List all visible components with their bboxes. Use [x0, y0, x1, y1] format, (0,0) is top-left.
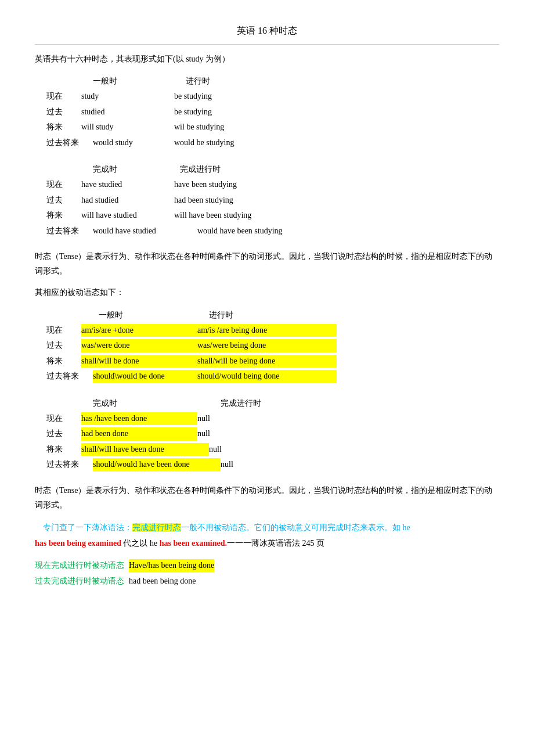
- tense-grid-1: 一般时 进行时 现在 study be studying 过去 studied …: [46, 75, 499, 149]
- passive-row-past-1: 过去 was/were done was/were being done: [46, 339, 499, 352]
- passive-val-pa2-c2: null: [197, 427, 210, 440]
- tense-val-pa1-c1: studied: [81, 106, 174, 118]
- tense-label-future-2: 将来: [46, 209, 81, 222]
- tense-label-past-1: 过去: [46, 106, 81, 118]
- passive-label-past-1: 过去: [46, 339, 81, 352]
- final-row-present: 现在完成进行时被动语态 Have/has been being done: [35, 559, 499, 572]
- passive-row-future-1: 将来 shall/will be done shall/will be bein…: [46, 355, 499, 368]
- passive-header-col2-2: 完成进行时: [197, 397, 337, 410]
- tense-val-pa2-c1: had studied: [81, 194, 174, 207]
- passive-val-p1-c1: am/is/are +done: [81, 324, 197, 337]
- final-row-past: 过去完成进行时被动语态 had been being done: [35, 575, 499, 588]
- title-divider: [35, 44, 499, 45]
- description-2: 时态（Tense）是表示行为、动作和状态在各种时间条件下的动词形式。因此，当我们…: [35, 483, 499, 512]
- passive-label-future-1: 将来: [46, 355, 81, 368]
- passive-val-f2-c1: shall/will have been done: [81, 443, 209, 456]
- specialist-suffix: 一一一薄冰英语语法 245 页: [227, 539, 324, 548]
- tense-label-present-1: 现在: [46, 90, 81, 103]
- tense-val-pf2-c1: would have studied: [93, 225, 197, 237]
- passive-val-f2-c2: null: [209, 443, 222, 456]
- tense-row-present-1: 现在 study be studying: [46, 90, 499, 103]
- final-section: 现在完成进行时被动语态 Have/has been being done 过去完…: [35, 559, 499, 588]
- tense-header-row-1: 一般时 进行时: [46, 75, 499, 88]
- tense-val-f1-c1: will study: [81, 121, 174, 134]
- tense-row-pastfuture-1: 过去将来 would study would be studying: [46, 136, 499, 149]
- tense-val-f2-c1: will have studied: [81, 209, 174, 222]
- page-container: 英语 16 种时态 英语共有十六种时态，其表现形式如下(以 study 为例） …: [35, 23, 499, 588]
- passive-label-past-2: 过去: [46, 427, 81, 440]
- specialist-label: 专门查了一下薄冰语法：: [43, 523, 132, 532]
- passive-val-pf1-c1: should\would be done: [93, 370, 197, 383]
- description-2-text: 时态（Tense）是表示行为、动作和状态在各种时间条件下的动词形式。因此，当我们…: [35, 486, 492, 509]
- passive-label-present-1: 现在: [46, 324, 81, 337]
- header-col2-label-2: 完成进行时: [174, 163, 302, 176]
- passive-label-future-2: 将来: [46, 443, 81, 456]
- passive-val-pf1-c2: should/would being done: [197, 370, 337, 383]
- tense-label-pastfuture-2: 过去将来: [46, 225, 93, 237]
- header-col1-label: 一般时: [81, 75, 174, 88]
- passive-row-future-2: 将来 shall/will have been done null: [46, 443, 499, 456]
- tense-header-row-2: 完成时 完成进行时: [46, 163, 499, 176]
- tense-val-p1-c1: study: [81, 90, 174, 103]
- tense-val-pa2-c2: had been studying: [174, 194, 302, 207]
- tense-label-future-1: 将来: [46, 121, 81, 134]
- passive-label-pastfuture-1: 过去将来: [46, 370, 93, 383]
- passive-row-past-2: 过去 had been done null: [46, 427, 499, 440]
- tense-val-p2-c1: have studied: [81, 178, 174, 191]
- tense-row-future-1: 将来 will study wil be studying: [46, 121, 499, 134]
- tense-row-future-2: 将来 will have studied will have been stud…: [46, 209, 499, 222]
- passive-val-p1-c2: am/is /are being done: [197, 324, 337, 337]
- passive-header-col1-2: 完成时: [81, 397, 197, 410]
- passive-label-present-2: 现在: [46, 412, 81, 425]
- passive-val-pa1-c1: was/were done: [81, 339, 197, 352]
- tense-val-f1-c2: wil be studying: [174, 121, 302, 134]
- tense-row-past-1: 过去 studied be studying: [46, 106, 499, 118]
- passive-label-pastfuture-2: 过去将来: [46, 458, 93, 471]
- tense-label-past-2: 过去: [46, 194, 81, 207]
- tense-row-present-2: 现在 have studied have been studying: [46, 178, 499, 191]
- tense-val-pf1-c1: would study: [93, 136, 174, 149]
- description-1: 时态（Tense）是表示行为、动作和状态在各种时间条件下的动词形式。因此，当我们…: [35, 249, 499, 278]
- passive-val-pa1-c2: was/were being done: [197, 339, 337, 352]
- final-highlight-present: Have/has been being done: [129, 559, 214, 572]
- passive-header-row-1: 一般时 进行时: [46, 309, 499, 322]
- final-text-past: had been being done: [129, 575, 196, 588]
- tense-val-pa1-c2: be studying: [174, 106, 302, 118]
- final-label-past: 过去完成进行时被动语态: [35, 575, 124, 588]
- description-1-text: 时态（Tense）是表示行为、动作和状态在各种时间条件下的动词形式。因此，当我们…: [35, 252, 492, 275]
- passive-intro: 其相应的被动语态如下：: [35, 286, 499, 299]
- tense-row-past-2: 过去 had studied had been studying: [46, 194, 499, 207]
- specialist-note-rest: 一般不用被动语态。它们的被动意义可用完成时态来表示。如 he: [181, 523, 410, 532]
- tense-label-present-2: 现在: [46, 178, 81, 191]
- tense-val-pf1-c2: would be studying: [174, 136, 302, 149]
- specialist-highlight: 完成进行时态: [132, 523, 181, 532]
- passive-row-present-2: 现在 has /have been done null: [46, 412, 499, 425]
- passive-grid-2: 完成时 完成进行时 现在 has /have been done null 过去…: [46, 397, 499, 471]
- specialist-bold1: has been being examined: [35, 539, 121, 548]
- tense-grid-2: 完成时 完成进行时 现在 have studied have been stud…: [46, 163, 499, 237]
- tense-val-p1-c2: be studying: [174, 90, 302, 103]
- specialist-space: 代之以 he: [121, 539, 160, 548]
- header-col2-label: 进行时: [174, 75, 302, 88]
- passive-header-row-2: 完成时 完成进行时: [46, 397, 499, 410]
- tense-val-f2-c2: will have been studying: [174, 209, 302, 222]
- passive-val-pf2-c1: should/would have been done: [93, 458, 221, 471]
- passive-val-pa2-c1: had been done: [81, 427, 197, 440]
- page-title: 英语 16 种时态: [237, 26, 297, 35]
- passive-row-present-1: 现在 am/is/are +done am/is /are being done: [46, 324, 499, 337]
- tense-row-pastfuture-2: 过去将来 would have studied would have been …: [46, 225, 499, 237]
- passive-val-f1-c1: shall/will be done: [81, 355, 197, 368]
- passive-val-pf2-c2: null: [221, 458, 233, 471]
- passive-header-col2-1: 进行时: [197, 309, 337, 322]
- header-col1-label-2: 完成时: [81, 163, 174, 176]
- passive-row-pastfuture-1: 过去将来 should\would be done should/would b…: [46, 370, 499, 383]
- passive-val-p2-c1: has /have been done: [81, 412, 197, 425]
- tense-val-pf2-c2: would have been studying: [197, 225, 325, 237]
- intro-text: 英语共有十六种时态，其表现形式如下(以 study 为例）: [35, 53, 499, 66]
- final-label-present: 现在完成进行时被动语态: [35, 559, 124, 572]
- passive-header-col1-1: 一般时: [81, 309, 197, 322]
- specialist-bold2: has been examined.: [160, 539, 227, 548]
- specialist-note: 专门查了一下薄冰语法：完成进行时态一般不用被动语态。它们的被动意义可用完成时态来…: [35, 520, 499, 551]
- tense-val-p2-c2: have been studying: [174, 178, 302, 191]
- passive-val-f1-c2: shall/will be being done: [197, 355, 337, 368]
